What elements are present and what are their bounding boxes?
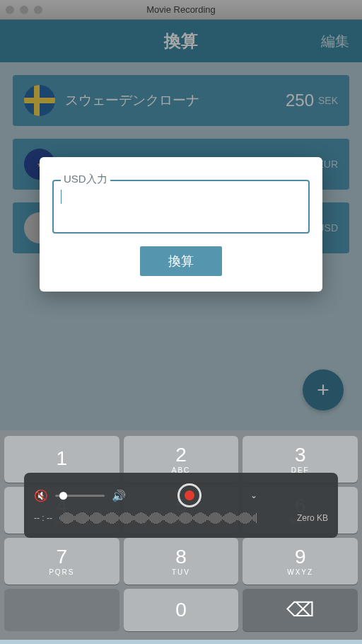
volume-slider[interactable] [55, 495, 105, 497]
record-button[interactable] [177, 483, 202, 507]
recording-time: -- : -- [34, 513, 52, 523]
key-7[interactable]: 7PQRS [4, 538, 119, 585]
key-blank [4, 589, 119, 631]
chevron-down-icon[interactable]: ⌄ [250, 490, 257, 500]
record-dot-icon [185, 490, 194, 500]
key-9[interactable]: 9WXYZ [243, 538, 358, 585]
input-label: USD入力 [61, 173, 110, 186]
waveform [59, 511, 290, 525]
recording-size: Zero KB [297, 513, 328, 523]
volume-mute-icon[interactable]: 🔇 [34, 489, 48, 502]
usd-input[interactable]: USD入力 [52, 180, 310, 234]
volume-max-icon: 🔊 [112, 489, 126, 502]
backspace-icon: ⌫ [286, 600, 315, 620]
recording-controls: 🔇 🔊 ⌄ -- : -- Zero KB [24, 473, 338, 538]
key-0[interactable]: 0 [124, 589, 239, 631]
key-8[interactable]: 8TUV [124, 538, 239, 585]
convert-button[interactable]: 換算 [140, 246, 222, 276]
volume-thumb[interactable] [59, 492, 67, 500]
text-cursor [61, 190, 62, 204]
usd-input-modal: USD入力 換算 [40, 157, 322, 292]
key-backspace[interactable]: ⌫ [243, 589, 358, 631]
